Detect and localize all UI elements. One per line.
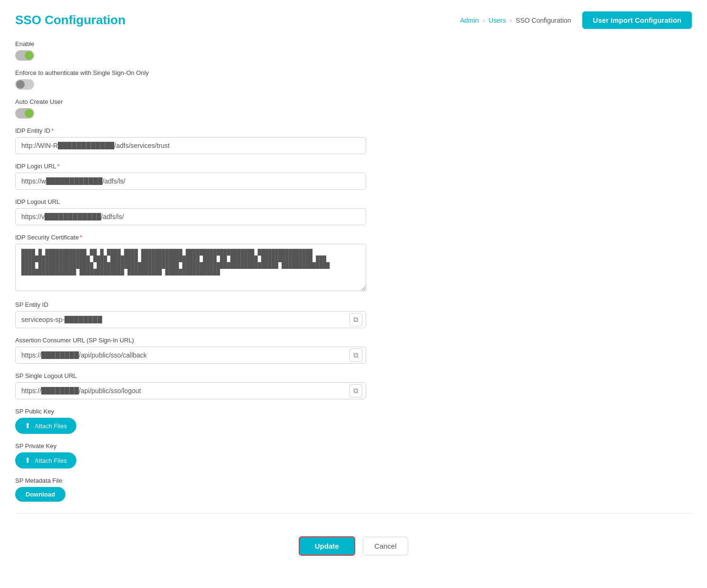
sp-entity-id-copy-button[interactable]: ⧉ [349,313,362,326]
auto-create-label: Auto Create User [15,98,692,105]
required-star-cert: * [80,234,82,241]
breadcrumb-users[interactable]: Users [488,17,506,24]
breadcrumb-current: SSO Configuration [516,17,571,24]
enforce-toggle[interactable] [15,79,34,90]
sp-logout-group: SP Single Logout URL ⧉ [15,372,692,399]
upload-icon-2: ⬆ [25,456,31,465]
required-star-entity: * [51,127,54,134]
idp-cert-textarea[interactable]: ████ █ ████████████ ██ █ ████ ████ █████… [15,244,366,291]
enforce-toggle-wrapper[interactable] [15,79,692,90]
idp-logout-url-label: IDP Logout URL [15,198,692,205]
idp-entity-id-group: IDP Entity ID* [15,127,692,154]
enforce-group: Enforce to authenticate with Single Sign… [15,69,692,90]
cancel-button[interactable]: Cancel [363,537,409,555]
idp-login-url-group: IDP Login URL* [15,163,692,190]
auto-create-toggle-wrapper[interactable] [15,108,692,119]
breadcrumb-admin[interactable]: Admin [460,17,479,24]
idp-logout-url-group: IDP Logout URL [15,198,692,225]
breadcrumb-sep-2: › [510,17,512,24]
user-import-configuration-button[interactable]: User Import Configuration [582,11,692,29]
idp-login-url-input[interactable] [15,173,366,190]
sp-logout-input[interactable] [15,382,366,399]
sp-private-key-group: SP Private Key ⬆ Attach Files [15,442,692,469]
breadcrumb-sep-1: › [483,17,485,24]
assertion-consumer-label: Assertion Consumer URL (SP Sign-In URL) [15,337,692,344]
enforce-label: Enforce to authenticate with Single Sign… [15,69,692,76]
assertion-consumer-wrapper: ⧉ [15,347,366,364]
idp-entity-id-label: IDP Entity ID* [15,127,692,134]
idp-login-url-label: IDP Login URL* [15,163,692,170]
download-button[interactable]: Download [15,487,65,502]
enable-toggle[interactable] [15,50,34,61]
sp-public-key-attach-button[interactable]: ⬆ Attach Files [15,418,76,434]
sp-private-key-label: SP Private Key [15,442,692,450]
idp-entity-id-input[interactable] [15,137,366,154]
sp-entity-id-label: SP Entity ID [15,301,692,308]
idp-cert-label: IDP Security Certificate* [15,234,692,241]
assertion-consumer-input[interactable] [15,347,366,364]
sp-public-key-group: SP Public Key ⬆ Attach Files [15,408,692,434]
idp-cert-group: IDP Security Certificate* ████ █ ███████… [15,234,692,293]
sp-logout-label: SP Single Logout URL [15,372,692,379]
assertion-consumer-group: Assertion Consumer URL (SP Sign-In URL) … [15,337,692,364]
sp-entity-id-group: SP Entity ID ⧉ [15,301,692,328]
breadcrumb: Admin › Users › SSO Configuration [460,17,571,24]
copy-icon: ⧉ [353,315,358,324]
sp-metadata-label: SP Metadata File [15,477,692,484]
auto-create-toggle-knob [25,109,33,118]
footer-actions: Update Cancel [15,525,692,571]
footer-divider [15,513,692,514]
copy-icon-2: ⧉ [353,351,358,359]
copy-icon-3: ⧉ [353,386,358,395]
update-button[interactable]: Update [299,536,355,556]
page-title: SSO Configuration [15,13,126,28]
enable-toggle-knob [25,51,33,60]
sp-public-key-label: SP Public Key [15,408,692,415]
sp-private-key-attach-button[interactable]: ⬆ Attach Files [15,452,76,469]
sp-logout-wrapper: ⧉ [15,382,366,399]
assertion-consumer-copy-button[interactable]: ⧉ [349,349,362,362]
enable-label: Enable [15,40,692,47]
attach-files-label-2: Attach Files [35,457,67,464]
enforce-toggle-knob [16,80,25,89]
auto-create-toggle[interactable] [15,108,34,119]
attach-files-label-1: Attach Files [35,423,67,430]
sp-logout-copy-button[interactable]: ⧉ [349,384,362,397]
enable-group: Enable [15,40,692,61]
sp-entity-id-wrapper: ⧉ [15,311,366,328]
enable-toggle-wrapper[interactable] [15,50,692,61]
sp-entity-id-input[interactable] [15,311,366,328]
idp-logout-url-input[interactable] [15,208,366,225]
upload-icon-1: ⬆ [25,422,31,430]
required-star-login: * [57,163,59,170]
sp-metadata-group: SP Metadata File Download [15,477,692,502]
auto-create-group: Auto Create User [15,98,692,119]
